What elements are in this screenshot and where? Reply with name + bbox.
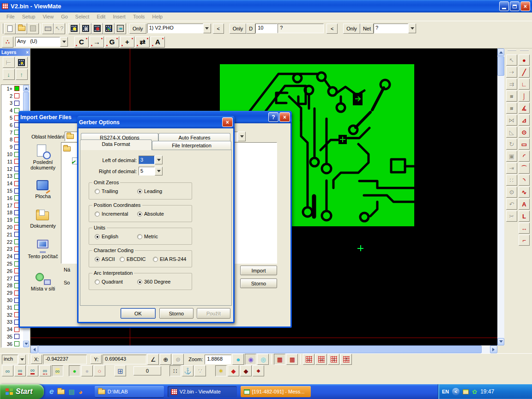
language-indicator[interactable]: EN — [442, 389, 449, 394]
tool-step-repeat[interactable]: ∷ — [506, 175, 517, 186]
scroll-thumb[interactable] — [497, 56, 504, 76]
net-combo[interactable]: ? — [374, 24, 416, 33]
pan-left-button[interactable]: ← — [303, 354, 314, 365]
pad-dark-button[interactable]: ◆ — [240, 365, 252, 376]
gerber-close-button[interactable]: × — [222, 117, 233, 127]
tool-draw-triangle[interactable]: ⊿ — [519, 115, 530, 126]
palette-handle[interactable] — [508, 50, 516, 53]
split-view-button[interactable]: ⊞ — [115, 365, 126, 376]
tab-data-format[interactable]: Data Format — [80, 139, 152, 150]
gerber-dialog-titlebar[interactable]: Gerber Options × — [77, 116, 235, 128]
only-net-button[interactable]: Only — [343, 24, 360, 34]
dialog-help-button[interactable]: ? — [268, 112, 278, 122]
selection-filter-button[interactable]: ∴ — [2, 36, 13, 48]
task-mlab-folder[interactable]: D:\MLAB — [95, 386, 164, 397]
quick-folder-icon[interactable] — [57, 389, 65, 394]
layer-color-swatch[interactable] — [14, 86, 19, 91]
only-dcode-button[interactable]: Only — [230, 24, 247, 34]
scroll-down-button[interactable] — [497, 338, 504, 345]
tray-flower-icon[interactable]: ✿ — [472, 388, 477, 395]
layer-row[interactable]: 2 — [1, 92, 23, 100]
tool-draw-curve[interactable]: ◜ — [519, 151, 530, 162]
x-coordinate-field[interactable]: -0.942237 — [43, 355, 87, 364]
filter-track-button[interactable]: → — [90, 36, 104, 48]
dcode-label-button[interactable]: D — [246, 24, 255, 34]
zoom-select-button[interactable]: ◎ — [257, 354, 269, 365]
tool-draw-spline[interactable]: ∿ — [519, 187, 530, 198]
highlight-on-button[interactable]: ● — [69, 365, 80, 376]
flash-mode-button[interactable]: ✶ — [215, 365, 227, 376]
tool-select-pointer[interactable]: ↖ — [506, 54, 517, 66]
anchor-button[interactable]: ⚓ — [182, 365, 193, 376]
units-combo[interactable]: inch — [2, 355, 26, 364]
radio-absolute[interactable]: Absolute — [137, 211, 164, 217]
close-button[interactable]: × — [520, 1, 530, 11]
radio-ascii[interactable]: ASCII — [95, 256, 115, 262]
clock[interactable]: 19:47 — [480, 388, 494, 395]
scroll-thumb[interactable] — [38, 345, 482, 353]
tool-cut-segment[interactable]: ✂ — [506, 211, 517, 222]
menu-item[interactable]: Insert — [109, 13, 129, 20]
chevron-down-icon[interactable] — [60, 37, 68, 47]
layer-color-swatch[interactable] — [14, 341, 19, 346]
layer-down-button[interactable]: ↓ — [3, 69, 15, 80]
pan-down-button[interactable]: ↓ — [328, 354, 339, 365]
scroll-right-button[interactable] — [490, 345, 497, 353]
inspect-button[interactable] — [115, 23, 126, 34]
left-of-decimal-combo[interactable]: 3 — [139, 156, 163, 164]
view-layers-button[interactable]: ∞ — [2, 365, 13, 376]
view-pads-button[interactable]: ∞ — [27, 365, 38, 376]
restore-button[interactable] — [510, 1, 520, 11]
chevron-down-icon[interactable] — [18, 355, 26, 364]
radio-ebcdic[interactable]: EBCDIC — [120, 256, 146, 262]
radio-360-degree[interactable]: 360 Degree — [137, 279, 171, 284]
import-cancel-button[interactable]: Storno — [240, 278, 277, 288]
pan-up-button[interactable]: ↑ — [340, 354, 352, 365]
scroll-left-button[interactable] — [30, 345, 38, 353]
zoom-fit-button[interactable]: ● — [232, 354, 244, 365]
layer-up-button[interactable]: ↑ — [16, 69, 28, 80]
layer-row[interactable]: 35 — [1, 333, 23, 340]
layer-combo[interactable]: 1) V2.PHO — [147, 24, 211, 33]
pan-right-button[interactable]: → — [315, 354, 327, 365]
filter-pad-button[interactable]: + — [120, 36, 134, 48]
book-icon[interactable]: ▤ — [68, 388, 74, 395]
layers-scroll-down[interactable] — [23, 341, 29, 347]
horizontal-scrollbar[interactable] — [30, 345, 497, 353]
tool-draw-ellipse-arc[interactable]: ◝ — [519, 175, 530, 186]
place-documents[interactable]: Dokumenty — [23, 208, 63, 229]
zoom-input[interactable]: 1.8868 — [205, 355, 231, 364]
layers-dock-button[interactable]: ⊢ — [3, 57, 15, 68]
cancel-button[interactable]: Storno — [159, 308, 193, 319]
layer-row[interactable]: 1+ — [1, 85, 23, 92]
context-help-button[interactable]: ↖? — [54, 23, 65, 34]
radio-incremental[interactable]: Incremental — [95, 211, 128, 217]
print-button[interactable] — [42, 23, 54, 34]
tool-draw-rounded-trace[interactable]: ⌡ — [519, 91, 530, 102]
dcode-filter-input[interactable]: ? — [278, 24, 324, 33]
new-file-button[interactable] — [4, 23, 16, 34]
only-layer-button[interactable]: Only — [129, 24, 146, 34]
angle-measure-button[interactable]: ∠ — [147, 354, 159, 365]
view-all-layers-button[interactable] — [68, 23, 80, 34]
layer-color-swatch[interactable] — [14, 334, 19, 339]
view-points-button[interactable]: ∞ — [39, 365, 51, 376]
tool-draw-circle[interactable]: ⊙ — [519, 127, 530, 138]
y-coordinate-field[interactable]: 0.690643 — [103, 355, 146, 364]
radio-eia-rs244[interactable]: EIA RS-244 — [153, 256, 186, 262]
grid-display-button[interactable]: ▦ — [274, 354, 285, 365]
view-edit-button[interactable]: ∞ — [52, 365, 63, 376]
layers-close-icon[interactable]: × — [26, 50, 29, 55]
dcode-view-button[interactable] — [91, 23, 103, 34]
grid-snap-button[interactable]: ▦ — [286, 354, 298, 365]
radio-english[interactable]: English — [95, 234, 118, 239]
tool-draw-line[interactable]: ╱ — [519, 66, 530, 78]
import-button[interactable]: Import — [240, 266, 277, 275]
view-lines-button[interactable]: ∞ — [14, 365, 26, 376]
tab-file-interpretation[interactable]: File Interpretation — [152, 141, 231, 150]
radio-metric[interactable]: Metric — [137, 234, 158, 239]
ok-button[interactable]: OK — [121, 308, 156, 319]
tool-options-gear[interactable]: ⚙ — [506, 187, 517, 198]
chevron-down-icon[interactable] — [408, 24, 416, 33]
palette-handle[interactable] — [520, 50, 529, 53]
